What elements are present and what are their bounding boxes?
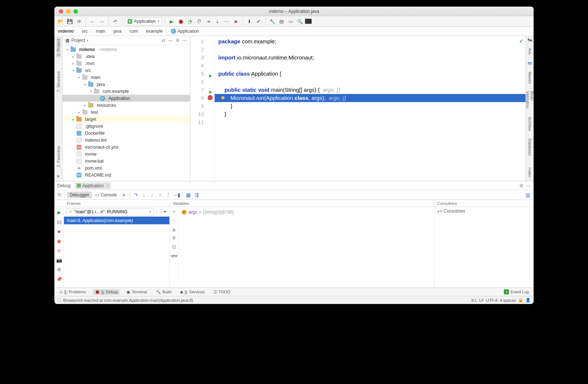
- pin-icon[interactable]: 📌: [56, 276, 62, 282]
- up-icon[interactable]: ▲: [171, 226, 177, 233]
- project-tree[interactable]: ▾ mdemo ~/mdemo ▸ .idea ▸ .mvn ▾ src ▾ m…: [62, 45, 190, 181]
- run-icon[interactable]: ▶: [168, 17, 176, 25]
- crumb-application[interactable]: CApplication: [171, 29, 199, 34]
- rail-ant[interactable]: Ant: [528, 47, 532, 56]
- btn-todo[interactable]: ☲TODO: [212, 289, 232, 295]
- undo-icon[interactable]: ↶: [111, 17, 119, 25]
- tree-node-application[interactable]: C Application: [62, 95, 190, 102]
- project-structure-icon[interactable]: ▤: [277, 17, 286, 25]
- profile-icon[interactable]: ⏱: [195, 17, 203, 25]
- save-icon[interactable]: 💾: [66, 17, 74, 25]
- close-tab-icon[interactable]: ×: [106, 183, 109, 188]
- step-out-icon[interactable]: ↑: [157, 191, 164, 199]
- hide-icon[interactable]: —: [526, 183, 531, 188]
- coroutines-panel[interactable]: ▸≡ Coroutines: [434, 207, 534, 287]
- vcs-update-icon[interactable]: ⬇: [245, 17, 254, 25]
- stop-icon[interactable]: ■: [232, 17, 240, 25]
- back-icon[interactable]: ←: [89, 17, 97, 25]
- presentation-icon[interactable]: ▭: [287, 17, 295, 25]
- threads-icon[interactable]: ≡: [120, 191, 128, 199]
- copy-icon[interactable]: ⧉: [172, 244, 176, 250]
- rail-bean-validation[interactable]: Bean Validation: [526, 90, 534, 111]
- hide-icon[interactable]: —: [182, 38, 187, 43]
- maven-icon[interactable]: m: [528, 60, 532, 66]
- btn-event-log[interactable]: 1Event Log: [502, 289, 531, 295]
- sync-icon[interactable]: ⟳: [75, 17, 83, 25]
- wrench-icon[interactable]: 🔧: [268, 17, 276, 25]
- chevron-down-icon[interactable]: ▾: [87, 39, 89, 42]
- rail-maven[interactable]: Maven: [528, 70, 532, 85]
- open-icon[interactable]: 📂: [57, 17, 65, 25]
- add-watch-icon[interactable]: +: [172, 209, 176, 215]
- camera-icon[interactable]: 📷: [56, 257, 62, 263]
- btn-services[interactable]: ◆8: Services: [178, 289, 206, 295]
- rail-make[interactable]: make: [528, 166, 532, 179]
- file-encoding[interactable]: UTF-8: [486, 298, 498, 303]
- crumb-java[interactable]: java: [114, 29, 122, 34]
- mute-breakpoints-icon[interactable]: ⊘: [56, 247, 62, 253]
- filter-icon[interactable]: ⏷: [163, 209, 167, 214]
- line-separator[interactable]: LF: [479, 298, 484, 303]
- debug-session-tab[interactable]: Application×: [75, 182, 111, 189]
- rail-structure[interactable]: 7: Structure: [56, 70, 61, 94]
- tab-debugger[interactable]: Debugger: [67, 192, 92, 198]
- code-editor[interactable]: 1 2 3 4 5▶ 6 7▶ 8 9 10 11 ✔ package com.…: [190, 36, 526, 181]
- forward-icon[interactable]: →: [98, 17, 106, 25]
- down-icon[interactable]: ▼: [171, 235, 177, 242]
- crumb-example[interactable]: example: [146, 29, 162, 34]
- status-icon[interactable]: ▢: [57, 298, 61, 303]
- layout-icon[interactable]: ▥: [524, 191, 531, 199]
- btn-build[interactable]: 🔨Build: [154, 289, 173, 295]
- rail-favorites[interactable]: 2: Favorites: [56, 145, 61, 169]
- run-to-cursor-icon[interactable]: →▮: [173, 191, 180, 199]
- btn-problems[interactable]: ⚠6: Problems: [57, 289, 88, 295]
- rerun-icon[interactable]: ↻: [57, 192, 62, 198]
- thread-selector[interactable]: ✔ "main"@1 i…n": RUNNING ▾: [66, 208, 154, 216]
- step-over-icon[interactable]: ↷: [132, 191, 140, 199]
- star-icon[interactable]: ★: [56, 174, 60, 179]
- evaluate-icon[interactable]: ▦: [185, 191, 192, 199]
- search-everywhere-icon[interactable]: 🔍: [296, 17, 304, 25]
- more-run-icon[interactable]: ⋯: [223, 17, 231, 25]
- remove-watch-icon[interactable]: −: [172, 217, 176, 224]
- inspector-icon[interactable]: 👤: [526, 298, 531, 303]
- drop-frame-icon[interactable]: ⤴: [165, 191, 172, 199]
- terminal-toolbar-icon[interactable]: _: [305, 19, 312, 24]
- crumb-main[interactable]: main: [96, 29, 105, 34]
- gear-icon[interactable]: ⚙: [175, 38, 180, 43]
- prev-frame-icon[interactable]: ↑: [155, 209, 158, 214]
- attach-icon[interactable]: ⇥: [204, 17, 212, 25]
- debug-icon[interactable]: 🐞: [177, 17, 185, 25]
- run-config-selector[interactable]: Application ▾: [125, 17, 162, 25]
- gear-icon[interactable]: ⚙: [519, 183, 523, 188]
- variable-row[interactable]: P args = {String[0]@796}: [182, 209, 431, 216]
- stack-frame[interactable]: main:8, Application (com.example): [64, 217, 169, 224]
- crumb-mdemo[interactable]: mdemo: [58, 29, 74, 34]
- next-frame-icon[interactable]: ↓: [159, 209, 161, 214]
- settings-icon[interactable]: ⚙: [56, 267, 62, 272]
- force-step-into-icon[interactable]: ↓: [148, 191, 156, 199]
- btn-terminal[interactable]: ▣Terminal: [125, 289, 149, 295]
- coverage-icon[interactable]: ◔: [186, 17, 194, 25]
- breakpoint-icon[interactable]: [208, 95, 213, 100]
- stop-icon[interactable]: ■: [56, 228, 62, 234]
- view-breakpoints-icon[interactable]: ◉: [56, 238, 62, 244]
- rail-project[interactable]: 1: Project: [56, 37, 61, 57]
- glasses-icon[interactable]: 👓: [171, 253, 178, 260]
- lock-icon[interactable]: 🔒: [518, 298, 523, 303]
- rail-sciview[interactable]: SciView: [528, 115, 532, 133]
- step-into-icon[interactable]: ↓: [140, 191, 148, 199]
- gutter[interactable]: 1 2 3 4 5▶ 6 7▶ 8 9 10 11: [190, 36, 215, 181]
- indent-info[interactable]: 4 spaces: [500, 298, 516, 303]
- crumb-com[interactable]: com: [130, 29, 138, 34]
- rail-database[interactable]: Database: [528, 137, 532, 157]
- trace-icon[interactable]: ⇶: [193, 191, 200, 199]
- btn-debug[interactable]: 🐞5: Debug: [93, 289, 120, 295]
- variables-panel[interactable]: P args = {String[0]@796}: [179, 207, 434, 287]
- vcs-commit-icon[interactable]: ✔: [255, 17, 263, 25]
- pause-icon[interactable]: ▮▮: [56, 219, 62, 225]
- resume-icon[interactable]: ▶: [56, 209, 62, 215]
- step-toolbar-icon[interactable]: ⇣: [214, 17, 222, 25]
- inspection-ok-icon[interactable]: ✔: [519, 38, 523, 44]
- crumb-src[interactable]: src: [82, 29, 88, 34]
